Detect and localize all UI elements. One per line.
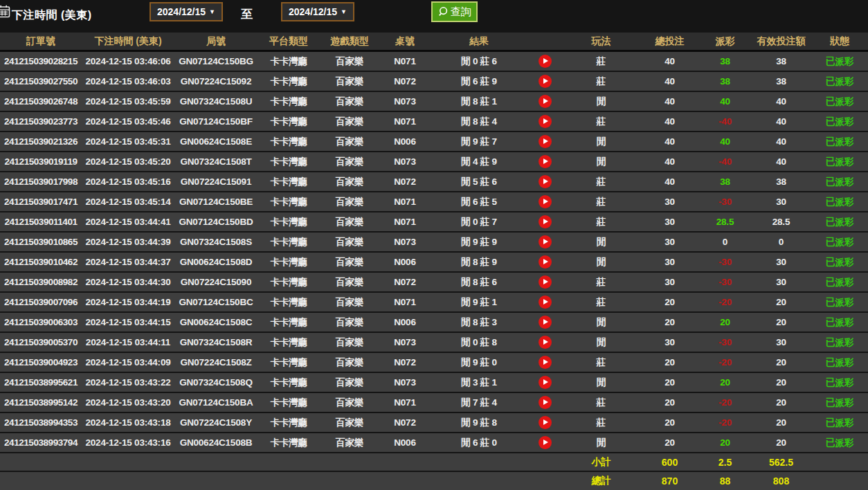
- cell-payout: 40: [699, 131, 751, 152]
- cell-platform-type: 卡卡灣廳: [257, 91, 320, 111]
- cell-platform-type: 卡卡灣廳: [257, 272, 320, 292]
- cell-game-type: 百家樂: [320, 372, 379, 392]
- cell-total-bet: 40: [640, 51, 699, 72]
- cell-order: 241215039021326: [0, 131, 82, 152]
- table-row: 2412150390053702024-12-15 03:44:11GN0732…: [0, 332, 868, 352]
- cell-result: 閒 9 莊 9: [431, 232, 527, 252]
- cell-result: 閒 9 莊 0: [431, 352, 527, 372]
- table-row: 2412150390089822024-12-15 03:44:30GN0722…: [0, 272, 868, 292]
- play-circle-icon[interactable]: [539, 376, 552, 389]
- cell-payout: -40: [699, 111, 751, 131]
- cell-table-no: N071: [379, 51, 431, 72]
- cell-game-type: 百家樂: [320, 272, 379, 292]
- play-circle-icon[interactable]: [539, 336, 552, 349]
- cell-result: 閒 7 莊 4: [431, 392, 527, 412]
- play-circle-icon[interactable]: [539, 55, 552, 68]
- cell-play-type: 莊: [562, 51, 640, 72]
- cell-play: [527, 433, 562, 453]
- cell-status: 已派彩: [811, 131, 868, 152]
- cell-play-type: 閒: [562, 312, 640, 332]
- play-circle-icon[interactable]: [539, 195, 552, 208]
- cell-platform-type: 卡卡灣廳: [257, 412, 320, 433]
- play-circle-icon[interactable]: [539, 396, 552, 409]
- cell-round-id: GN07324C1508T: [174, 152, 257, 172]
- cell-bet-time: 2024-12-15 03:43:20: [82, 392, 174, 412]
- cell-status: 已派彩: [811, 272, 868, 292]
- play-circle-icon[interactable]: [539, 296, 552, 309]
- cell-total-bet: 30: [640, 252, 699, 272]
- play-circle-icon[interactable]: [539, 75, 552, 88]
- cell-payout: 28.5: [699, 212, 751, 232]
- cell-play-type: 閒: [562, 332, 640, 352]
- cell-play-type: 莊: [562, 192, 640, 212]
- cell-play: [527, 71, 562, 91]
- play-circle-icon[interactable]: [539, 416, 552, 429]
- cell-result: 閒 8 莊 3: [431, 312, 527, 332]
- play-circle-icon[interactable]: [539, 436, 552, 449]
- cell-order: 241215039028215: [0, 51, 82, 72]
- cell-table-no: N073: [379, 372, 431, 392]
- play-circle-icon[interactable]: [539, 356, 552, 369]
- cell-order: 241215039017471: [0, 192, 82, 212]
- play-circle-icon[interactable]: [539, 255, 552, 269]
- search-button[interactable]: 查詢: [431, 1, 478, 22]
- cell-play-type: 閒: [562, 372, 640, 392]
- cell-play-type: 莊: [562, 272, 640, 292]
- cell-play-type: 莊: [562, 412, 640, 433]
- cell-play: [527, 352, 562, 372]
- cell-order: 241215039026748: [0, 91, 82, 111]
- play-circle-icon[interactable]: [539, 95, 552, 108]
- cell-table-no: N071: [379, 392, 431, 412]
- play-circle-icon[interactable]: [539, 175, 552, 188]
- cell-payout: -20: [699, 292, 751, 312]
- play-circle-icon[interactable]: [539, 275, 552, 289]
- cell-table-no: N073: [379, 91, 431, 111]
- subtotal-total-bet: 600: [640, 453, 699, 471]
- cell-bet-time: 2024-12-15 03:45:31: [82, 131, 174, 152]
- cell-round-id: GN07124C150BE: [174, 192, 257, 212]
- cell-valid-bet: 20: [751, 433, 811, 453]
- cell-payout: 20: [699, 372, 751, 392]
- cell-status: 已派彩: [811, 51, 868, 72]
- cell-payout: -20: [699, 412, 751, 433]
- cell-round-id: GN00624C1508B: [174, 433, 257, 453]
- column-header-play-type: 玩法: [562, 33, 640, 51]
- cell-game-type: 百家樂: [320, 212, 379, 232]
- play-circle-icon[interactable]: [539, 316, 552, 329]
- cell-total-bet: 20: [640, 372, 699, 392]
- cell-total-bet: 20: [640, 312, 699, 332]
- play-circle-icon[interactable]: [539, 215, 552, 228]
- subtotal-row: 小計6002.5562.5: [0, 453, 868, 471]
- cell-round-id: GN07224C1508Z: [174, 352, 257, 372]
- cell-play-type: 莊: [562, 212, 640, 232]
- table-row: 2412150389937942024-12-15 03:43:16GN0062…: [0, 433, 868, 453]
- cell-order: 241215038993794: [0, 433, 82, 453]
- cell-status: 已派彩: [811, 192, 868, 212]
- cell-platform-type: 卡卡灣廳: [257, 71, 320, 91]
- play-circle-icon[interactable]: [539, 115, 552, 128]
- cell-valid-bet: 0: [751, 232, 811, 252]
- cell-table-no: N071: [379, 111, 431, 131]
- cell-game-type: 百家樂: [320, 71, 379, 91]
- play-circle-icon[interactable]: [539, 135, 552, 148]
- table-row: 2412150390267482024-12-15 03:45:59GN0732…: [0, 91, 868, 111]
- cell-order: 241215038995621: [0, 372, 82, 392]
- cell-game-type: 百家樂: [320, 252, 379, 272]
- cell-bet-time: 2024-12-15 03:44:41: [82, 212, 174, 232]
- column-header-bet-time: 下注時間 (美東): [82, 33, 174, 51]
- cell-payout: 20: [699, 312, 751, 332]
- play-circle-icon[interactable]: [539, 155, 552, 168]
- cell-table-no: N072: [379, 172, 431, 192]
- cell-platform-type: 卡卡灣廳: [257, 312, 320, 332]
- cell-order: 241215039007096: [0, 292, 82, 312]
- play-circle-icon[interactable]: [539, 235, 552, 248]
- cell-total-bet: 40: [640, 71, 699, 91]
- cell-round-id: GN07124C150BG: [174, 51, 257, 72]
- grand-total-row: 總計87088808: [0, 471, 868, 490]
- date-to-dropdown[interactable]: 2024/12/15 ▼: [281, 2, 354, 21]
- cell-valid-bet: 20: [751, 392, 811, 412]
- cell-round-id: GN07124C150BA: [174, 392, 257, 412]
- date-from-dropdown[interactable]: 2024/12/15 ▼: [150, 2, 223, 21]
- cell-platform-type: 卡卡灣廳: [257, 111, 320, 131]
- cell-order: 241215039011401: [0, 212, 82, 232]
